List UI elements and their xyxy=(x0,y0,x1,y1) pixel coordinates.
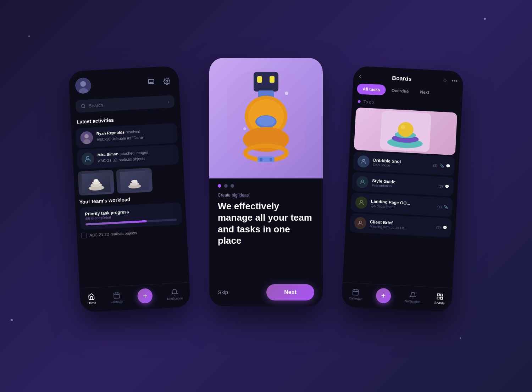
task-4-avatar xyxy=(354,217,367,230)
left-phone: Search › Latest activities Ryan Reynolds… xyxy=(68,66,190,312)
star-icon[interactable]: ☆ xyxy=(442,77,448,84)
nav-home[interactable]: Home xyxy=(87,292,96,304)
svg-point-9 xyxy=(86,156,89,159)
task-1-attachment-icon: 📎 xyxy=(439,163,444,167)
task-3-meta: (4) 📎 xyxy=(437,204,448,209)
right-nav-calendar-label: Calendar xyxy=(349,296,362,300)
svg-rect-53 xyxy=(437,293,439,296)
activity-2-user: Mira Simon xyxy=(98,151,119,157)
activity-img-2 xyxy=(116,167,153,193)
right-calendar-icon xyxy=(352,288,359,296)
svg-point-37 xyxy=(285,92,288,95)
nav-calendar[interactable]: Calendar xyxy=(110,291,123,303)
more-icon[interactable]: ••• xyxy=(451,77,458,84)
dot-2 xyxy=(224,184,228,188)
center-actions: Skip Next xyxy=(209,278,323,306)
task-2-avatar xyxy=(356,176,369,188)
skip-button[interactable]: Skip xyxy=(218,289,228,295)
center-phone-inner: Create big ideas We effectively manage a… xyxy=(209,58,323,306)
activity-1-action: resolved xyxy=(126,129,140,134)
svg-point-46 xyxy=(361,180,364,182)
home-icon xyxy=(88,293,95,300)
svg-rect-56 xyxy=(440,297,442,299)
search-arrow: › xyxy=(168,99,170,104)
task-label: ABC-21 3D realistic objects xyxy=(89,231,137,237)
right-nav-add[interactable]: + xyxy=(376,288,391,303)
boards-icon xyxy=(436,292,444,300)
task-card-1: Dribbble Shot Dark Mode (2) 📎 💬 xyxy=(353,151,455,176)
task-2-info: Style Guide Presentation xyxy=(372,178,435,190)
messages-icon[interactable] xyxy=(145,76,157,88)
activity-1-text: Ryan Reynolds resolved ABC-18 Dribbble a… xyxy=(96,128,144,142)
svg-point-4 xyxy=(166,80,168,82)
back-button[interactable]: ‹ xyxy=(359,72,361,80)
task-4-meta: (3) 💬 xyxy=(436,225,447,230)
board-image xyxy=(354,107,458,155)
left-phone-inner: Search › Latest activities Ryan Reynolds… xyxy=(68,66,190,312)
tab-all-tasks[interactable]: All tasks xyxy=(357,83,386,95)
bg-dot-3 xyxy=(11,319,13,321)
center-phone: Create big ideas We effectively manage a… xyxy=(209,58,323,306)
bg-dot-1 xyxy=(484,18,486,20)
svg-line-52 xyxy=(353,291,358,291)
svg-rect-55 xyxy=(437,297,439,299)
right-nav-notification-label: Notification xyxy=(405,299,421,303)
right-nav-boards-label: Boards xyxy=(434,300,445,304)
svg-rect-54 xyxy=(440,294,443,296)
dot-1 xyxy=(218,184,221,188)
search-icon xyxy=(81,103,86,109)
user-avatar[interactable] xyxy=(75,77,91,94)
svg-rect-19 xyxy=(114,292,120,298)
nav-add-button[interactable]: + xyxy=(137,288,153,304)
right-phone: ‹ Boards ☆ ••• All tasks Overdue Next To… xyxy=(341,66,464,312)
task-1-avatar xyxy=(357,155,370,168)
activity-2-detail: ABC-21 3D realistic objects xyxy=(98,156,145,163)
task-2-comment-icon: 💬 xyxy=(445,184,449,188)
bg-dot-2 xyxy=(28,35,30,37)
svg-rect-25 xyxy=(257,76,262,83)
ryan-avatar xyxy=(80,131,93,144)
settings-icon[interactable] xyxy=(161,75,173,87)
tab-overdue[interactable]: Overdue xyxy=(386,85,415,97)
activity-2-text: Mira Simon attached images ABC-21 3D rea… xyxy=(97,149,149,164)
task-3-attachment-icon: 📎 xyxy=(444,205,448,209)
svg-point-47 xyxy=(360,200,362,202)
activity-item-2: Mira Simon attached images ABC-21 3D rea… xyxy=(77,144,179,169)
task-checkbox[interactable] xyxy=(81,232,87,238)
task-card-3: Landing Page OO... QA department (4) 📎 xyxy=(350,192,453,217)
svg-rect-35 xyxy=(260,158,262,161)
section-todo-label: To do xyxy=(363,99,374,105)
board-3d-object xyxy=(380,110,432,152)
right-bottom-nav: Calendar + Notification Boards xyxy=(341,282,452,312)
activity-1-user: Ryan Reynolds xyxy=(96,130,124,136)
activity-item-1: Ryan Reynolds resolved ABC-18 Dribbble a… xyxy=(76,123,178,148)
task-3-count: (4) xyxy=(437,204,442,209)
next-button[interactable]: Next xyxy=(266,284,314,300)
dot-3 xyxy=(231,184,234,188)
svg-rect-49 xyxy=(353,289,359,295)
boards-title: Boards xyxy=(392,74,412,82)
task-3-info: Landing Page OO... QA department xyxy=(371,198,434,210)
task-1-meta: (2) 📎 💬 xyxy=(433,163,450,168)
dots-indicator xyxy=(218,184,314,188)
task-3-avatar xyxy=(355,196,368,209)
phones-container: Search › Latest activities Ryan Reynolds… xyxy=(53,37,479,356)
right-nav-calendar[interactable]: Calendar xyxy=(349,288,362,300)
svg-point-5 xyxy=(81,104,85,107)
svg-point-48 xyxy=(359,221,361,223)
center-content: Create big ideas We effectively manage a… xyxy=(209,178,323,247)
left-bottom-nav: Home Calendar + Notification xyxy=(79,282,190,312)
tab-next[interactable]: Next xyxy=(414,86,436,98)
right-nav-notification[interactable]: Notification xyxy=(405,291,421,303)
task-4-info: Client Brief Meeting with Louis Lit... xyxy=(370,219,433,231)
mira-avatar xyxy=(81,152,94,166)
todo-dot xyxy=(358,100,361,103)
svg-line-22 xyxy=(114,294,119,294)
right-nav-boards[interactable]: Boards xyxy=(434,292,445,304)
svg-rect-26 xyxy=(270,76,275,83)
nav-notification[interactable]: Notification xyxy=(167,288,183,300)
svg-point-38 xyxy=(243,127,246,130)
hero-illustration xyxy=(227,65,305,171)
task-card-2: Style Guide Presentation (3) 💬 xyxy=(352,172,454,196)
search-bar[interactable]: Search › xyxy=(76,95,174,113)
